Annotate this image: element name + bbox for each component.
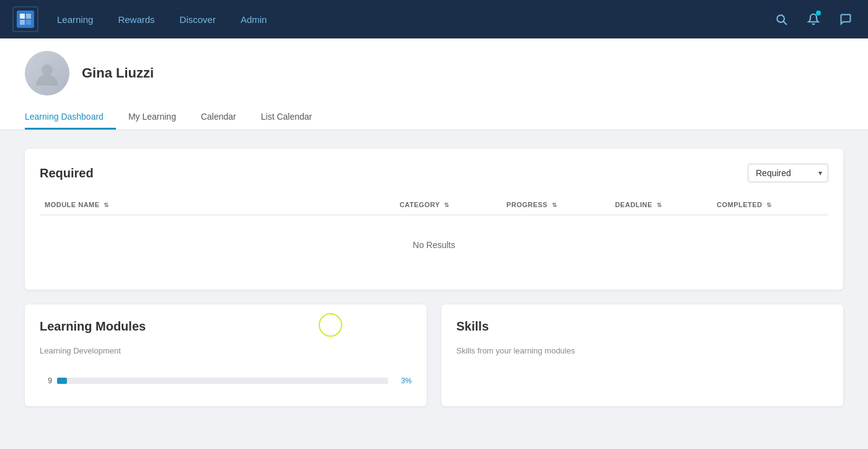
col-deadline[interactable]: DEADLINE ⇅: [610, 195, 712, 215]
svg-rect-1: [26, 14, 31, 19]
col-module-name[interactable]: MODULE NAME ⇅: [40, 195, 394, 215]
tab-learning-dashboard[interactable]: Learning Dashboard: [25, 105, 116, 130]
bottom-cards-row: Learning Modules Learning Development 9 …: [25, 305, 843, 421]
required-card: Required Required Optional All MODULE NA…: [25, 149, 843, 290]
category-sort-icon: ⇅: [444, 202, 450, 208]
learning-modules-card: Learning Modules Learning Development 9 …: [25, 305, 427, 406]
tab-my-learning[interactable]: My Learning: [116, 105, 188, 130]
module-name-sort-icon: ⇅: [104, 202, 109, 208]
required-card-header: Required Required Optional All: [40, 164, 828, 182]
profile-header: Gina Liuzzi Learning Dashboard My Learni…: [0, 38, 868, 130]
nav-link-rewards[interactable]: Rewards: [118, 14, 154, 25]
learning-modules-subtitle: Learning Development: [40, 346, 412, 355]
profile-name: Gina Liuzzi: [82, 65, 154, 81]
svg-rect-0: [20, 14, 25, 19]
nav-icons: [771, 9, 856, 29]
skills-header: Skills: [456, 319, 828, 334]
main-content: Required Required Optional All MODULE NA…: [0, 130, 868, 440]
col-completed[interactable]: COMPLETED ⇅: [712, 195, 828, 215]
skills-card: Skills Skills from your learning modules: [441, 305, 843, 406]
required-dropdown[interactable]: Required Optional All: [748, 164, 828, 182]
svg-point-6: [42, 64, 53, 76]
notification-dot: [816, 11, 821, 16]
chart-percent: 3%: [393, 376, 412, 385]
required-table: MODULE NAME ⇅ CATEGORY ⇅ PROGRESS ⇅ DEAD…: [40, 195, 828, 275]
chart-bar-fill: [57, 378, 67, 384]
nav-link-learning[interactable]: Learning: [57, 14, 93, 25]
svg-line-5: [784, 22, 787, 25]
chat-button[interactable]: [836, 9, 856, 29]
profile-info: Gina Liuzzi: [25, 51, 843, 96]
learning-modules-title: Learning Modules: [40, 319, 146, 334]
table-row: No Results: [40, 215, 828, 275]
search-button[interactable]: [771, 9, 791, 29]
notification-button[interactable]: [804, 9, 823, 29]
required-dropdown-wrapper: Required Optional All: [748, 164, 828, 182]
profile-tabs: Learning Dashboard My Learning Calendar …: [25, 105, 843, 130]
completed-sort-icon: ⇅: [766, 202, 772, 208]
tab-calendar[interactable]: Calendar: [188, 105, 249, 130]
learning-modules-header: Learning Modules: [40, 319, 412, 334]
skills-subtitle: Skills from your learning modules: [456, 346, 828, 355]
chart-label-left: 9: [40, 376, 52, 385]
table-header-row: MODULE NAME ⇅ CATEGORY ⇅ PROGRESS ⇅ DEAD…: [40, 195, 828, 215]
required-title: Required: [40, 166, 94, 180]
tab-list-calendar[interactable]: List Calendar: [249, 105, 325, 130]
navbar: Learning Rewards Discover Admin: [0, 0, 868, 38]
avatar: [25, 51, 69, 96]
nav-link-discover[interactable]: Discover: [180, 14, 216, 25]
skills-title: Skills: [456, 319, 489, 334]
deadline-sort-icon: ⇅: [657, 202, 662, 208]
col-progress[interactable]: PROGRESS ⇅: [502, 195, 610, 215]
col-category[interactable]: CATEGORY ⇅: [394, 195, 501, 215]
nav-link-admin[interactable]: Admin: [241, 14, 267, 25]
svg-rect-2: [20, 20, 25, 25]
progress-sort-icon: ⇅: [552, 202, 557, 208]
chart-row: 9 3%: [40, 376, 412, 385]
svg-rect-3: [26, 20, 31, 25]
no-results-text: No Results: [40, 215, 828, 275]
logo[interactable]: [12, 6, 38, 32]
nav-links: Learning Rewards Discover Admin: [57, 14, 771, 25]
chart-bar-container: [57, 378, 388, 384]
chart-area: 9 3%: [40, 365, 412, 391]
